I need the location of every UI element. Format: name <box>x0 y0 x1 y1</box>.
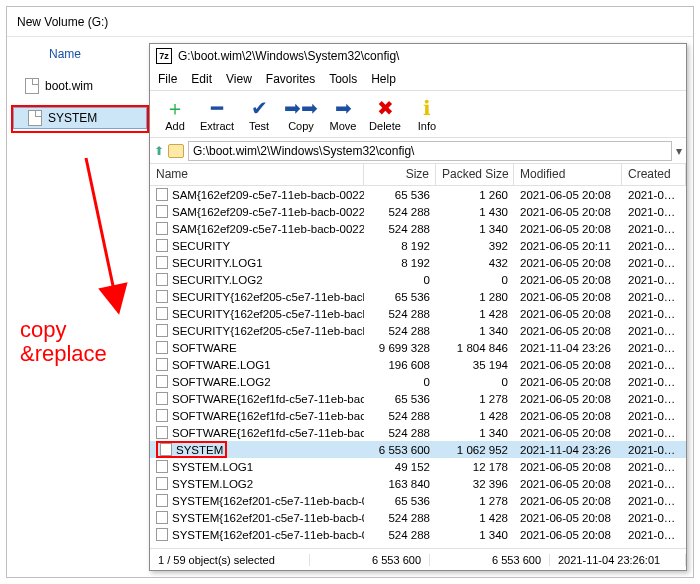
file-name: SOFTWARE <box>172 342 237 354</box>
file-name: SYSTEM{162ef201-c5e7-11eb-bacb-0022... <box>172 529 364 541</box>
list-item[interactable]: SECURITY{162ef205-c5e7-11eb-bacb-00...52… <box>150 322 686 339</box>
header-size[interactable]: Size <box>364 164 436 185</box>
file-name: SYSTEM{162ef201-c5e7-11eb-bacb-0022... <box>172 512 364 524</box>
file-icon <box>156 358 168 371</box>
list-item[interactable]: SYSTEM{162ef201-c5e7-11eb-bacb-0022...52… <box>150 526 686 543</box>
menu-favorites[interactable]: Favorites <box>266 72 315 86</box>
file-modified: 2021-06-05 20:08 <box>514 461 622 473</box>
delete-icon: ✖ <box>377 96 394 120</box>
tool-label: Add <box>165 120 185 132</box>
annotation-text: copy &replace <box>20 318 107 366</box>
tool-delete[interactable]: ✖Delete <box>364 91 406 137</box>
list-item[interactable]: SECURITY.LOG18 1924322021-06-05 20:08202… <box>150 254 686 271</box>
header-name[interactable]: Name <box>150 164 364 185</box>
tree-item-system[interactable]: SYSTEM <box>13 107 147 129</box>
file-packed-size: 1 278 <box>436 495 514 507</box>
list-item[interactable]: SOFTWARE{162ef1fd-c5e7-11eb-bacb-0...524… <box>150 424 686 441</box>
list-item[interactable]: SAM{162ef209-c5e7-11eb-bacb-0022484...52… <box>150 203 686 220</box>
list-item[interactable]: SOFTWARE.LOG2002021-06-05 20:082021-06-0 <box>150 373 686 390</box>
menu-tools[interactable]: Tools <box>329 72 357 86</box>
menu-help[interactable]: Help <box>371 72 396 86</box>
file-packed-size: 1 428 <box>436 308 514 320</box>
file-modified: 2021-06-05 20:08 <box>514 325 622 337</box>
list-item[interactable]: SYSTEM.LOG2163 84032 3962021-06-05 20:08… <box>150 475 686 492</box>
file-packed-size: 1 340 <box>436 529 514 541</box>
list-item[interactable]: SYSTEM6 553 6001 062 9522021-11-04 23:26… <box>150 441 686 458</box>
file-size: 163 840 <box>364 478 436 490</box>
file-created: 2021-06-0 <box>622 529 686 541</box>
address-input[interactable] <box>188 141 672 161</box>
list-item[interactable]: SECURITY{162ef205-c5e7-11eb-bacb-00...65… <box>150 288 686 305</box>
tool-test[interactable]: ✔Test <box>238 91 280 137</box>
header-packed-size[interactable]: Packed Size <box>436 164 514 185</box>
file-name: SECURITY <box>172 240 230 252</box>
file-size: 65 536 <box>364 393 436 405</box>
header-created[interactable]: Created <box>622 164 686 185</box>
annotation-line1: copy <box>20 318 107 342</box>
tool-move[interactable]: ➡Move <box>322 91 364 137</box>
file-name: SAM{162ef209-c5e7-11eb-bacb-0022484... <box>172 206 364 218</box>
file-packed-size: 1 260 <box>436 189 514 201</box>
menu-edit[interactable]: Edit <box>191 72 212 86</box>
sevenzip-titlebar[interactable]: 7z G:\boot.wim\2\Windows\System32\config… <box>150 44 686 68</box>
list-item[interactable]: SOFTWARE.LOG1196 60835 1942021-06-05 20:… <box>150 356 686 373</box>
file-size: 524 288 <box>364 410 436 422</box>
tool-extract[interactable]: ━Extract <box>196 91 238 137</box>
file-created: 2021-06-0 <box>622 461 686 473</box>
file-icon <box>156 375 168 388</box>
list-item[interactable]: SOFTWARE{162ef1fd-c5e7-11eb-bacb-0...524… <box>150 407 686 424</box>
file-name: SECURITY.LOG1 <box>172 257 263 269</box>
info-icon: ℹ <box>423 96 431 120</box>
menu-file[interactable]: File <box>158 72 177 86</box>
file-icon <box>156 426 168 439</box>
list-item[interactable]: SYSTEM{162ef201-c5e7-11eb-bacb-0022...52… <box>150 509 686 526</box>
file-packed-size: 1 340 <box>436 223 514 235</box>
file-packed-size: 1 340 <box>436 427 514 439</box>
status-timestamp: 2021-11-04 23:26:01 <box>550 554 686 566</box>
list-item[interactable]: SAM{162ef209-c5e7-11eb-bacb-0022484...65… <box>150 186 686 203</box>
menu-view[interactable]: View <box>226 72 252 86</box>
file-size: 65 536 <box>364 291 436 303</box>
tree-item-boot-wim[interactable]: boot.wim <box>11 75 149 97</box>
list-item[interactable]: SAM{162ef209-c5e7-11eb-bacb-0022484...52… <box>150 220 686 237</box>
file-name: SECURITY.LOG2 <box>172 274 263 286</box>
file-modified: 2021-06-05 20:11 <box>514 240 622 252</box>
tool-add[interactable]: ＋Add <box>154 91 196 137</box>
file-name: SYSTEM{162ef201-c5e7-11eb-bacb-0022... <box>172 495 364 507</box>
file-name: SYSTEM.LOG1 <box>172 461 253 473</box>
list-item[interactable]: SYSTEM.LOG149 15212 1782021-06-05 20:082… <box>150 458 686 475</box>
file-size: 49 152 <box>364 461 436 473</box>
list-item[interactable]: SYSTEM{162ef201-c5e7-11eb-bacb-0022...65… <box>150 492 686 509</box>
test-icon: ✔ <box>251 96 268 120</box>
list-item[interactable]: SECURITY{162ef205-c5e7-11eb-bacb-00...52… <box>150 305 686 322</box>
file-created: 2021-06-0 <box>622 291 686 303</box>
header-modified[interactable]: Modified <box>514 164 622 185</box>
file-icon <box>156 273 168 286</box>
file-list[interactable]: SAM{162ef209-c5e7-11eb-bacb-0022484...65… <box>150 186 686 548</box>
explorer-window: New Volume (G:) Name boot.wimSYSTEM 7z G… <box>6 6 694 578</box>
file-packed-size: 1 428 <box>436 512 514 524</box>
tool-copy[interactable]: ➡➡Copy <box>280 91 322 137</box>
file-icon <box>156 205 168 218</box>
column-header-name[interactable]: Name <box>11 43 149 75</box>
file-size: 524 288 <box>364 206 436 218</box>
list-item[interactable]: SECURITY8 1923922021-06-05 20:112021-06-… <box>150 237 686 254</box>
tool-info[interactable]: ℹInfo <box>406 91 448 137</box>
file-icon <box>156 409 168 422</box>
file-size: 8 192 <box>364 257 436 269</box>
list-item[interactable]: SECURITY.LOG2002021-06-05 20:082021-06-0 <box>150 271 686 288</box>
tree-item-label: boot.wim <box>45 79 93 93</box>
add-icon: ＋ <box>165 96 185 120</box>
folder-icon <box>168 144 184 158</box>
list-item[interactable]: SOFTWARE{162ef1fd-c5e7-11eb-bacb-0...65 … <box>150 390 686 407</box>
file-packed-size: 1 278 <box>436 393 514 405</box>
file-modified: 2021-06-05 20:08 <box>514 427 622 439</box>
file-icon <box>156 341 168 354</box>
extract-icon: ━ <box>211 96 223 120</box>
list-item[interactable]: SOFTWARE9 699 3281 804 8462021-11-04 23:… <box>150 339 686 356</box>
file-icon <box>156 460 168 473</box>
file-modified: 2021-06-05 20:08 <box>514 529 622 541</box>
up-folder-icon[interactable]: ⬆ <box>154 144 164 158</box>
address-dropdown-icon[interactable]: ▾ <box>676 144 682 158</box>
file-created: 2021-06-0 <box>622 274 686 286</box>
